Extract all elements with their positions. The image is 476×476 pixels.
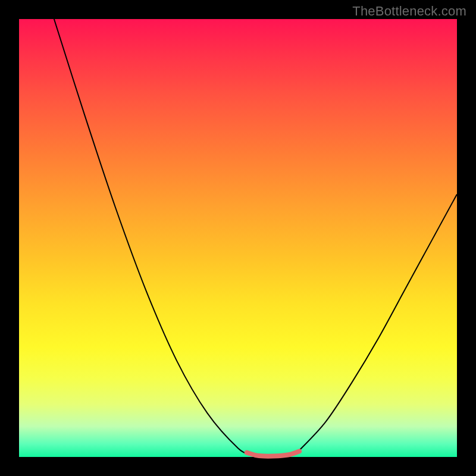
- plot-area: [19, 19, 457, 457]
- valley-highlight-path: [247, 451, 299, 456]
- curve-svg: [19, 19, 457, 457]
- chart-frame: TheBottleneck.com: [0, 0, 476, 476]
- curve-right-path: [299, 194, 457, 450]
- watermark-text: TheBottleneck.com: [352, 4, 466, 19]
- curve-left-path: [54, 19, 251, 455]
